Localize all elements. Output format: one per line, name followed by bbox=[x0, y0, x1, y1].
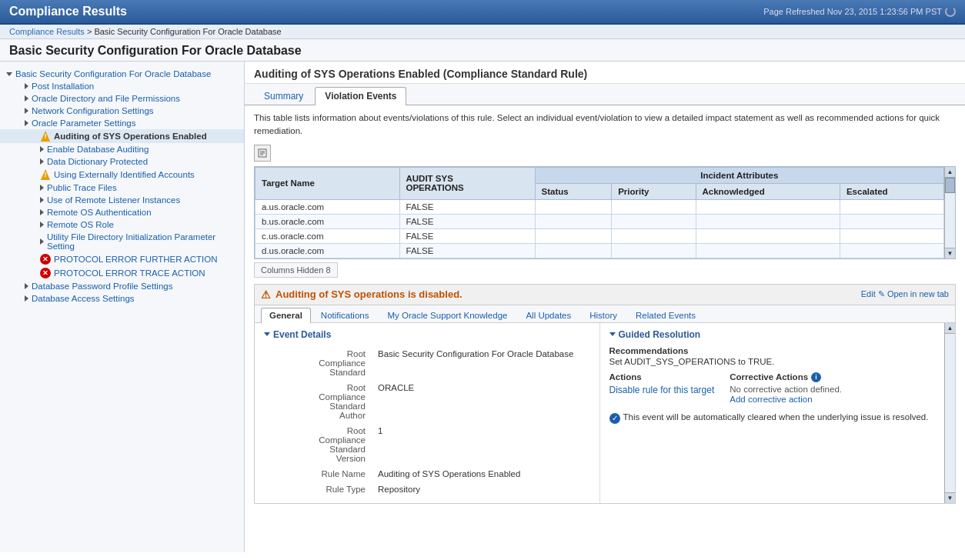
detail-value-2: ORACLE bbox=[372, 380, 590, 423]
scroll-thumb[interactable] bbox=[945, 178, 955, 193]
cell-priority-3 bbox=[612, 228, 696, 243]
tab-summary[interactable]: Summary bbox=[254, 87, 313, 105]
alert-body-scrollbar[interactable]: ▲ ▼ bbox=[944, 323, 955, 503]
detail-row-4: Rule Name Auditing of SYS Operations Ena… bbox=[264, 466, 590, 482]
sidebar-item-ext-accounts[interactable]: ! Using Externally Identified Accounts bbox=[0, 168, 244, 182]
sidebar-item-root[interactable]: Basic Security Configuration For Oracle … bbox=[0, 68, 244, 80]
table-row[interactable]: d.us.oracle.com FALSE bbox=[255, 243, 944, 258]
alert-tab-all-updates[interactable]: All Updates bbox=[517, 308, 579, 322]
cell-escalated-1 bbox=[840, 199, 943, 214]
sidebar-item-protocol-trace[interactable]: ✕ PROTOCOL ERROR TRACE ACTION bbox=[0, 266, 244, 280]
export-button[interactable] bbox=[254, 145, 271, 162]
sidebar-label-remote-os-role: Remote OS Role bbox=[47, 220, 114, 229]
page-title: Basic Security Configuration For Oracle … bbox=[9, 44, 956, 58]
table-row[interactable]: a.us.oracle.com FALSE bbox=[255, 199, 944, 214]
detail-label-4: Rule Name bbox=[264, 466, 372, 482]
sidebar-item-public-trace[interactable]: Public Trace Files bbox=[0, 182, 244, 194]
tab-violation-events[interactable]: Violation Events bbox=[315, 87, 406, 105]
cell-ack-3 bbox=[696, 228, 840, 243]
arrow-icon-db-access bbox=[25, 295, 28, 302]
rule-title: Auditing of SYS Operations Enabled (Comp… bbox=[254, 68, 587, 80]
alert-tab-bar: General Notifications My Oracle Support … bbox=[255, 305, 955, 323]
main-tab-bar: Summary Violation Events bbox=[245, 84, 965, 105]
arrow-icon-post bbox=[25, 83, 28, 89]
detail-value-1: Basic Security Configuration For Oracle … bbox=[372, 346, 590, 380]
breadcrumb: Compliance Results > Basic Security Conf… bbox=[0, 25, 965, 39]
arrow-icon-remote-os-auth bbox=[40, 209, 44, 215]
col-target-name: Target Name bbox=[255, 167, 400, 199]
detail-row-1: RootComplianceStandard Basic Security Co… bbox=[264, 346, 590, 380]
sidebar-item-protocol-further[interactable]: ✕ PROTOCOL ERROR FURTHER ACTION bbox=[0, 252, 244, 266]
alert-open-new-tab-link[interactable]: Open in new tab bbox=[887, 289, 949, 298]
violation-events-area: This table lists information about event… bbox=[245, 105, 965, 284]
sidebar-label-remote-listener: Use of Remote Listener Instances bbox=[47, 195, 180, 205]
sidebar-item-data-dict[interactable]: Data Dictionary Protected bbox=[0, 155, 244, 168]
cell-audit-3: FALSE bbox=[399, 228, 535, 243]
sidebar-item-enable-db-audit[interactable]: Enable Database Auditing bbox=[0, 143, 244, 155]
cell-target-3: c.us.oracle.com bbox=[255, 228, 400, 243]
sidebar-item-oracle-dir[interactable]: Oracle Directory and File Permissions bbox=[0, 92, 244, 105]
refresh-icon[interactable] bbox=[945, 6, 956, 17]
sidebar-item-auditing-sys[interactable]: ! Auditing of SYS Operations Enabled bbox=[0, 129, 244, 143]
page-title-bar: Basic Security Configuration For Oracle … bbox=[0, 39, 965, 62]
sidebar-item-utility-file[interactable]: Utility File Directory Initialization Pa… bbox=[0, 231, 244, 252]
columns-hidden-number: 8 bbox=[326, 265, 330, 275]
table-row[interactable]: b.us.oracle.com FALSE bbox=[255, 214, 944, 228]
add-corrective-link[interactable]: Add corrective action bbox=[730, 395, 812, 404]
sidebar-label-oracle-dir: Oracle Directory and File Permissions bbox=[32, 94, 180, 103]
info-icon[interactable]: i bbox=[811, 372, 821, 382]
sidebar-item-db-password[interactable]: Database Password Profile Settings bbox=[0, 280, 244, 292]
error-icon-protocol-further: ✕ bbox=[40, 254, 51, 265]
detail-value-4: Auditing of SYS Operations Enabled bbox=[372, 466, 590, 482]
alert-scroll-down[interactable]: ▼ bbox=[945, 492, 955, 503]
alert-header-left: ⚠ Auditing of SYS operations is disabled… bbox=[261, 288, 462, 301]
cell-status-2 bbox=[535, 214, 612, 228]
alert-scroll-up[interactable]: ▲ bbox=[945, 323, 955, 334]
alert-tab-general[interactable]: General bbox=[261, 308, 311, 323]
sidebar-item-remote-os-role[interactable]: Remote OS Role bbox=[0, 218, 244, 231]
warning-icon-ext: ! bbox=[40, 169, 51, 180]
scroll-up-arrow[interactable]: ▲ bbox=[945, 167, 955, 178]
cell-ack-4 bbox=[696, 243, 840, 258]
alert-body: Event Details RootComplianceStandard Bas… bbox=[255, 323, 955, 503]
detail-label-1: RootComplianceStandard bbox=[264, 346, 372, 380]
sidebar-item-db-access[interactable]: Database Access Settings bbox=[0, 292, 244, 305]
recommendation-text: Set AUDIT_SYS_OPERATIONS to TRUE. bbox=[609, 357, 936, 366]
sidebar-item-oracle-param[interactable]: Oracle Parameter Settings bbox=[0, 117, 244, 129]
detail-value-5: Repository bbox=[372, 482, 590, 497]
alert-tab-oracle-support[interactable]: My Oracle Support Knowledge bbox=[379, 308, 516, 322]
refresh-text: Page Refreshed Nov 23, 2015 1:23:56 PM P… bbox=[763, 7, 942, 16]
arrow-icon-public-trace bbox=[40, 185, 44, 191]
error-icon-protocol-trace: ✕ bbox=[40, 268, 51, 278]
sidebar-item-post-installation[interactable]: Post Installation bbox=[0, 80, 244, 92]
sidebar-item-remote-listener[interactable]: Use of Remote Listener Instances bbox=[0, 194, 244, 206]
alert-tab-notifications[interactable]: Notifications bbox=[312, 308, 378, 322]
collapse-arrow-icon-2 bbox=[609, 332, 616, 336]
sidebar-root-label: Basic Security Configuration For Oracle … bbox=[15, 69, 211, 78]
scroll-down-arrow[interactable]: ▼ bbox=[945, 248, 955, 258]
alert-edit-link[interactable]: Edit bbox=[861, 289, 876, 298]
alert-tab-related-events[interactable]: Related Events bbox=[627, 308, 704, 322]
table-scrollbar[interactable]: ▲ ▼ bbox=[944, 167, 955, 258]
breadcrumb-link[interactable]: Compliance Results bbox=[9, 27, 85, 36]
sidebar-label-public-trace: Public Trace Files bbox=[47, 183, 117, 192]
arrow-icon-oracle-param bbox=[25, 120, 28, 126]
arrow-icon bbox=[6, 72, 12, 76]
alert-tab-history[interactable]: History bbox=[581, 308, 626, 322]
col-audit-sys-ops: AUDIT SYSOPERATIONS bbox=[399, 167, 535, 199]
main-layout: Basic Security Configuration For Oracle … bbox=[0, 62, 965, 552]
cell-priority-2 bbox=[612, 214, 696, 228]
cell-status-3 bbox=[535, 228, 612, 243]
sidebar-item-remote-os-auth[interactable]: Remote OS Authentication bbox=[0, 206, 244, 218]
corrective-actions-col: Corrective Actions i No corrective actio… bbox=[730, 372, 842, 405]
cell-status-4 bbox=[535, 243, 612, 258]
actions-col: Actions Disable rule for this target bbox=[609, 372, 715, 405]
guided-resolution-title: Guided Resolution bbox=[609, 329, 936, 340]
table-row[interactable]: c.us.oracle.com FALSE bbox=[255, 228, 944, 243]
sidebar-item-network-config[interactable]: Network Configuration Settings bbox=[0, 105, 244, 117]
corrective-title: Corrective Actions i bbox=[730, 372, 842, 382]
sidebar-label-network-config: Network Configuration Settings bbox=[32, 106, 154, 115]
collapse-arrow-icon bbox=[264, 332, 270, 336]
disable-rule-link[interactable]: Disable rule for this target bbox=[609, 385, 715, 395]
sidebar-label-protocol-further: PROTOCOL ERROR FURTHER ACTION bbox=[54, 255, 218, 264]
